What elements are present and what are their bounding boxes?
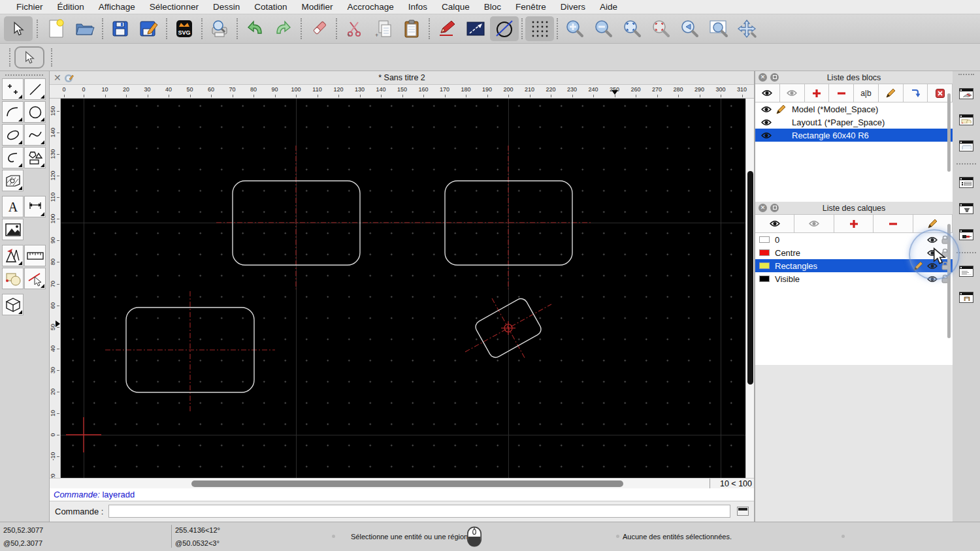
canvas-v-scrollbar[interactable] (745, 99, 754, 478)
menu-accrochage[interactable]: Accrochage (340, 2, 400, 12)
palette-handle[interactable] (5, 74, 43, 76)
blocks-tool-eyeg-button[interactable] (780, 84, 805, 102)
dock-toggle-plug-window[interactable] (955, 223, 977, 245)
spline-tool-button[interactable] (24, 124, 46, 146)
select-tool-button[interactable] (4, 16, 33, 41)
menu-bloc[interactable]: Bloc (477, 2, 508, 12)
menu-cotation[interactable]: Cotation (247, 2, 294, 12)
menu-aide[interactable]: Aide (593, 2, 625, 12)
zoom-auto-button[interactable] (618, 16, 647, 41)
layers-tool-plus-button[interactable] (834, 215, 874, 232)
layer-item-rectangles[interactable]: Rectangles (755, 259, 953, 272)
redo-button[interactable] (269, 16, 298, 41)
delete-eraser-button[interactable] (304, 16, 333, 41)
eye-icon[interactable] (927, 262, 938, 270)
canvas-h-scrollbar[interactable] (50, 479, 710, 488)
undo-button[interactable] (240, 16, 269, 41)
blocks-tool-ab-button[interactable]: a|b (854, 84, 879, 102)
measure-tools-button[interactable] (24, 245, 46, 266)
dock-toggle-command-window[interactable] (955, 260, 977, 282)
pencil-icon[interactable] (774, 104, 788, 114)
layer-item-visible[interactable]: Visible (755, 272, 953, 285)
block-item-layout1-paper-space[interactable]: Layout1 (*Paper_Space) (755, 116, 953, 129)
rectangle-entities[interactable] (126, 181, 572, 392)
dock-handle[interactable] (958, 74, 974, 75)
eye-icon[interactable] (927, 276, 938, 283)
grid-toggle-button[interactable] (525, 16, 554, 41)
menu-selectionner[interactable]: Sélectionner (142, 2, 206, 12)
zoom-in-button[interactable] (561, 16, 589, 41)
dock-toggle-pencil-window[interactable] (955, 82, 977, 104)
solid-3d-tool-button[interactable] (2, 294, 24, 315)
polyline-tool-button[interactable] (2, 147, 24, 168)
cut-button[interactable]: + (340, 16, 368, 41)
pencil-icon[interactable] (913, 261, 923, 271)
order-tool-button[interactable] (2, 268, 24, 289)
export-svg-button[interactable]: SVG (170, 16, 199, 41)
menu-fichier[interactable]: Fichier (9, 2, 50, 12)
save-as-button[interactable] (135, 16, 163, 41)
menu-divers[interactable]: Divers (553, 2, 593, 12)
eye-icon[interactable] (927, 249, 938, 257)
open-file-button[interactable] (71, 16, 99, 41)
blocks-tool-plus-button[interactable] (805, 84, 830, 102)
restore-icon[interactable] (770, 73, 779, 82)
menu-modifier[interactable]: Modifier (294, 2, 340, 12)
menu-fenetre[interactable]: Fenêtre (508, 2, 553, 12)
restore-icon[interactable] (770, 204, 779, 212)
close-icon[interactable]: ✕ (759, 73, 767, 82)
menu-infos[interactable]: Infos (401, 2, 434, 12)
drawing-canvas[interactable] (61, 99, 745, 478)
blocks-tool-pencil-button[interactable] (879, 84, 904, 102)
menu-affichage[interactable]: Affichage (91, 2, 142, 12)
print-preview-button[interactable] (205, 16, 234, 41)
eye-icon[interactable] (759, 119, 774, 126)
zoom-window-button[interactable] (704, 16, 733, 41)
save-button[interactable] (106, 16, 135, 41)
blocks-tool-eye-button[interactable] (755, 84, 780, 102)
paste-button[interactable] (397, 16, 426, 41)
command-input[interactable] (108, 505, 730, 518)
layer-item-0[interactable]: 0 (755, 233, 953, 246)
blocks-scrollbar[interactable] (947, 93, 951, 172)
eye-icon[interactable] (927, 236, 938, 244)
block-item-rectangle-60x40-r6[interactable]: Rectangle 60x40 R6 (755, 129, 953, 142)
command-window-button[interactable] (737, 507, 749, 516)
zoom-out-button[interactable] (589, 16, 618, 41)
polygon-tool-button[interactable] (24, 147, 46, 168)
centerlines[interactable] (105, 146, 592, 412)
layers-scrollbar[interactable] (947, 224, 951, 338)
zoom-pan-button[interactable] (733, 16, 762, 41)
dock-toggle-shapes-window[interactable] (955, 108, 977, 131)
draw-pencil-button[interactable] (433, 16, 461, 41)
menu-edition[interactable]: Édition (50, 2, 91, 12)
line-tool-button[interactable] (24, 78, 46, 100)
dock-toggle-list-window[interactable] (955, 171, 977, 193)
h-scroll-thumb[interactable] (191, 480, 623, 487)
menu-dessin[interactable]: Dessin (206, 2, 247, 12)
hatch-tool-button[interactable] (2, 170, 24, 191)
drawing-window-titlebar[interactable]: ✕ * Sans titre 2 (50, 71, 754, 85)
layer-item-centre[interactable]: Centre (755, 246, 953, 259)
image-tool-button[interactable] (2, 219, 24, 240)
distance-arrow-button[interactable] (461, 16, 490, 41)
arc-tool-button[interactable] (2, 101, 24, 123)
dock-toggle-blank-window[interactable] (955, 134, 977, 157)
layers-tool-eyeg-button[interactable] (794, 215, 834, 232)
text-tool-button[interactable]: A (2, 196, 24, 217)
eye-icon[interactable] (759, 132, 774, 139)
layers-tool-eye-button[interactable] (755, 215, 794, 232)
dock-toggle-clipboard-window[interactable] (955, 286, 977, 308)
zoom-previous-button[interactable] (647, 16, 676, 41)
selection-pointer-button[interactable] (14, 46, 44, 69)
circle-line-button[interactable] (490, 16, 519, 41)
dimension-tool-button[interactable] (24, 196, 46, 217)
eye-icon[interactable] (759, 106, 774, 113)
blocks-tool-minus-button[interactable] (829, 84, 854, 102)
deselect-tool-button[interactable] (24, 268, 46, 289)
block-item-model-model-space[interactable]: Model (*Model_Space) (755, 102, 953, 116)
v-scroll-thumb[interactable] (747, 171, 753, 385)
close-icon[interactable]: ✕ (759, 204, 767, 212)
layers-tool-pencil-button[interactable] (913, 215, 953, 232)
copy-button[interactable]: + (368, 16, 397, 41)
